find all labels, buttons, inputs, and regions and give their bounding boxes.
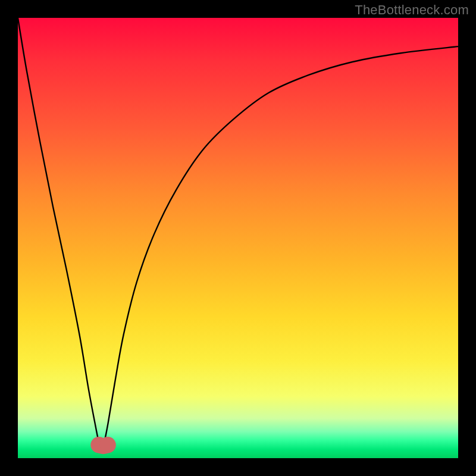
watermark-text: TheBottleneck.com	[355, 2, 469, 18]
bottleneck-curve-path	[18, 18, 458, 452]
plot-area	[18, 18, 458, 458]
min-marker-right	[99, 437, 116, 453]
chart-frame: TheBottleneck.com	[0, 0, 476, 476]
curve-svg	[18, 18, 458, 458]
